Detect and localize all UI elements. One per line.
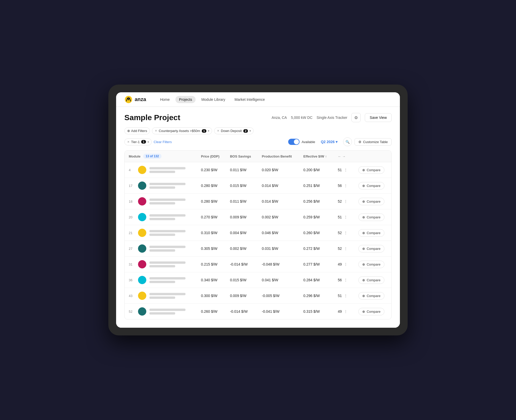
compare-button[interactable]: ⊕ Compare	[358, 261, 384, 268]
bos-cell: 0.002 $/W	[226, 241, 257, 257]
anza-logo-icon	[124, 95, 133, 104]
module-bar-1	[149, 183, 186, 185]
nav-market-intelligence[interactable]: Market Intelligence	[231, 96, 269, 103]
bos-cell: 0.011 $/W	[226, 194, 257, 209]
plus-circle-icon: ⊕	[362, 200, 365, 203]
filter-counterparty-label: Counterparty Assets >$50m	[159, 129, 200, 133]
plus-icon: ⊕	[127, 129, 130, 133]
module-color-dot	[138, 260, 146, 268]
add-filters-button[interactable]: ⊕ Add Filters	[124, 127, 150, 134]
filter-chip-down-deposit[interactable]: ✕ Down Deposit 2 ▾	[214, 127, 254, 134]
filter-chip-counterparty[interactable]: ✕ Counterparty Assets >$50m 1 ▾	[152, 127, 212, 134]
module-bar-2	[149, 171, 175, 173]
more-options-button[interactable]: ⋮	[343, 231, 349, 235]
col-arrow-left[interactable]: ←	[338, 154, 341, 158]
plus-circle-icon: ⊕	[362, 168, 365, 172]
compare-button[interactable]: ⊕ Compare	[358, 213, 384, 221]
filter-bar: ⊕ Add Filters ✕ Counterparty Assets >$50…	[124, 127, 392, 134]
bos-cell: 0.011 $/W	[226, 162, 257, 178]
module-name-bars	[149, 277, 186, 283]
compare-button[interactable]: ⊕ Compare	[358, 276, 384, 284]
effective-cell: 0.200 $/W	[299, 162, 334, 178]
chevron-down-icon2: ▾	[249, 129, 251, 132]
more-options-button[interactable]: ⋮	[343, 278, 349, 282]
more-options-button[interactable]: ⋮	[343, 168, 349, 172]
effective-cell: 0.259 $/W	[299, 209, 334, 225]
more-options-button[interactable]: ⋮	[343, 199, 349, 203]
more-options-button[interactable]: ⋮	[343, 215, 349, 219]
quarter-selector[interactable]: Q2 2026 ▾	[318, 138, 341, 145]
row-number: 20	[129, 215, 135, 219]
module-cell: 36	[125, 272, 197, 288]
extra-cell: 49 ⋮	[334, 304, 354, 319]
filter-chip-tier1[interactable]: ✕ Tier-1 1 ▾	[124, 138, 152, 145]
plus-circle-icon: ⊕	[362, 262, 365, 266]
compare-cell: ⊕ Compare	[354, 178, 391, 194]
module-name-bars	[149, 230, 186, 236]
more-options-button[interactable]: ⋮	[343, 309, 349, 314]
compare-button[interactable]: ⊕ Compare	[358, 308, 384, 315]
nav-module-library[interactable]: Module Library	[198, 96, 229, 103]
col-arrow-right[interactable]: →	[342, 154, 345, 158]
module-name-bars	[149, 246, 186, 252]
more-options-button[interactable]: ⋮	[343, 294, 349, 298]
row-number: 52	[129, 310, 135, 314]
filter-row2: ✕ Tier-1 1 ▾ Clear Filters Available Q2 …	[124, 137, 392, 146]
meta-location: Anza, CA	[272, 116, 287, 120]
filter-row2-right: Available Q2 2026 ▾ 🔍 ⚙ Customize Table	[288, 137, 392, 146]
toggle-wrap: Available	[288, 139, 315, 145]
compare-cell: ⊕ Compare	[354, 272, 391, 288]
price-cell: 0.230 $/W	[197, 162, 226, 178]
production-cell: -0.005 $/W	[258, 288, 299, 304]
effective-cell: 0.296 $/W	[299, 288, 334, 304]
plus-circle-icon: ⊕	[362, 247, 365, 251]
module-bar-1	[149, 214, 186, 217]
data-table: Module 13 of 132 Price (DDP) BOS Savings	[124, 150, 392, 319]
nav-projects[interactable]: Projects	[175, 96, 196, 103]
extra-value: 49	[338, 309, 342, 314]
clear-filters-button[interactable]: Clear Filters	[154, 140, 172, 144]
row-number: 21	[129, 231, 135, 235]
th-module: Module 13 of 132	[125, 151, 197, 162]
customize-icon: ⚙	[358, 140, 361, 144]
chip-x-icon2: ✕	[217, 129, 219, 133]
row-number: 18	[129, 200, 135, 203]
effective-cell: 0.272 $/W	[299, 241, 334, 257]
more-options-button[interactable]: ⋮	[343, 184, 349, 188]
more-options-button[interactable]: ⋮	[343, 246, 349, 251]
bos-cell: -0.014 $/W	[226, 257, 257, 272]
production-cell: -0.048 $/W	[258, 257, 299, 272]
svg-point-1	[128, 97, 129, 98]
nav-home[interactable]: Home	[156, 96, 173, 103]
settings-button[interactable]: ⚙	[351, 113, 361, 122]
customize-table-button[interactable]: ⚙ Customize Table	[354, 138, 392, 146]
filter-counterparty-badge: 1	[202, 129, 206, 133]
compare-cell: ⊕ Compare	[354, 225, 391, 241]
th-bos: BOS Savings	[226, 151, 257, 162]
compare-button[interactable]: ⊕ Compare	[358, 292, 384, 300]
compare-button[interactable]: ⊕ Compare	[358, 229, 384, 237]
price-cell: 0.260 $/W	[197, 304, 226, 319]
filter-tier1-badge: 1	[141, 140, 146, 144]
extra-value: 56	[338, 278, 342, 282]
compare-button[interactable]: ⊕ Compare	[358, 198, 384, 205]
chevron-down-icon3: ▾	[148, 141, 149, 143]
module-bar-2	[149, 202, 175, 204]
compare-button[interactable]: ⊕ Compare	[358, 182, 384, 190]
device-frame: anza Home Projects Module Library Market…	[108, 85, 408, 335]
compare-button[interactable]: ⊕ Compare	[358, 245, 384, 252]
plus-circle-icon: ⊕	[362, 231, 365, 235]
available-toggle[interactable]	[288, 139, 300, 145]
plus-circle-icon: ⊕	[362, 184, 365, 188]
price-cell: 0.270 $/W	[197, 209, 226, 225]
logo-text: anza	[135, 96, 146, 102]
more-options-button[interactable]: ⋮	[343, 262, 349, 266]
save-view-button[interactable]: Save View	[365, 113, 392, 122]
compare-cell: ⊕ Compare	[354, 288, 391, 304]
filter-down-deposit-badge: 2	[243, 129, 248, 133]
module-color-dot	[138, 213, 146, 221]
extra-value: 51	[338, 294, 342, 298]
search-button[interactable]: 🔍	[343, 137, 352, 146]
compare-button[interactable]: ⊕ Compare	[358, 166, 384, 174]
extra-cell: 56 ⋮	[334, 272, 354, 288]
